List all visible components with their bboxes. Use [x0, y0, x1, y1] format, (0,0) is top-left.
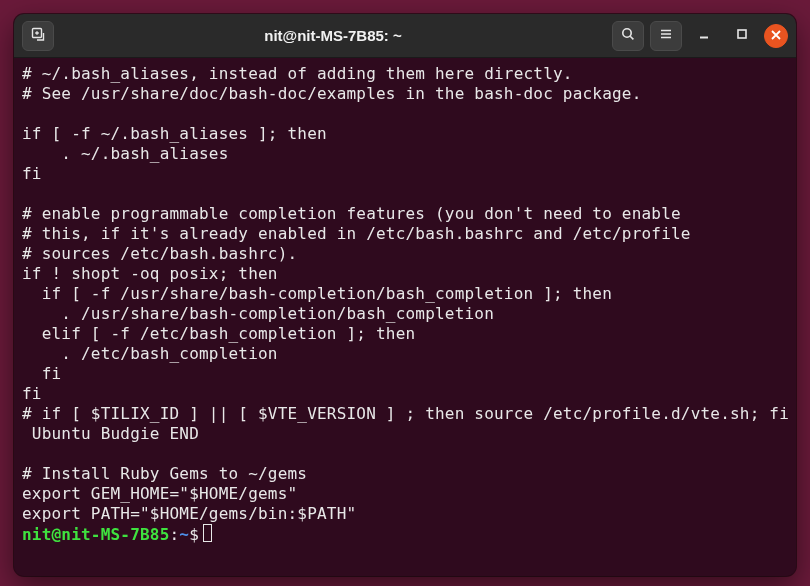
minimize-button[interactable] [688, 21, 720, 51]
terminal-window: nit@nit-MS-7B85: ~ [14, 14, 796, 576]
svg-rect-2 [738, 30, 746, 38]
new-tab-icon [30, 26, 46, 46]
search-button[interactable] [612, 21, 644, 51]
menu-button[interactable] [650, 21, 682, 51]
titlebar-right [612, 21, 788, 51]
prompt-symbol: $ [189, 525, 199, 544]
hamburger-icon [658, 26, 674, 46]
terminal-content[interactable]: # ~/.bash_aliases, instead of adding the… [14, 58, 796, 576]
prompt-cwd: ~ [179, 525, 189, 544]
titlebar: nit@nit-MS-7B85: ~ [14, 14, 796, 58]
minimize-icon [696, 26, 712, 46]
prompt-colon: : [170, 525, 180, 544]
prompt-user-host: nit@nit-MS-7B85 [22, 525, 170, 544]
close-icon [770, 27, 782, 45]
prompt-line: nit@nit-MS-7B85:~$ [22, 524, 788, 545]
maximize-icon [734, 26, 750, 46]
svg-point-1 [623, 28, 631, 36]
close-button[interactable] [764, 24, 788, 48]
maximize-button[interactable] [726, 21, 758, 51]
new-tab-button[interactable] [22, 21, 54, 51]
cursor [203, 524, 212, 542]
terminal-output: # ~/.bash_aliases, instead of adding the… [22, 64, 788, 524]
window-title: nit@nit-MS-7B85: ~ [60, 27, 606, 44]
search-icon [620, 26, 636, 46]
